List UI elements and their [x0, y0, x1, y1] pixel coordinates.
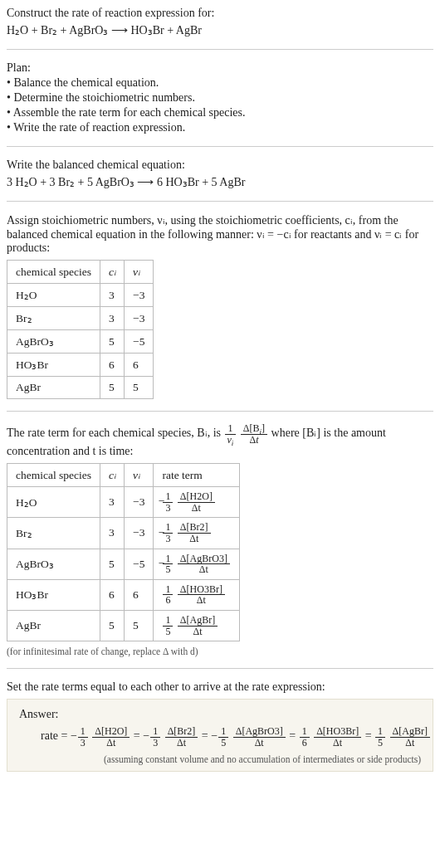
cell-vi: −3	[125, 284, 154, 307]
cell-species: H₂O	[7, 284, 100, 307]
col-header: chemical species	[7, 261, 100, 284]
cell-ci: 6	[100, 354, 125, 377]
cell-vi: −3	[125, 518, 154, 549]
table-row: Br₂3−3	[7, 307, 154, 330]
cell-species: H₂O	[7, 487, 100, 518]
vi-header: νᵢ	[133, 266, 139, 278]
col-header: chemical species	[7, 464, 100, 487]
answer-expression: rate = −13 Δ[H2O]Δt = −13 Δ[Br2]Δt = −15…	[19, 726, 421, 748]
intro-block: Construct the rate of reaction expressio…	[7, 7, 433, 37]
cell-species: AgBrO₃	[7, 330, 100, 354]
cell-ci: 3	[100, 518, 125, 549]
divider	[7, 201, 433, 202]
plan-heading: Plan:	[7, 61, 433, 75]
intro-line1: Construct the rate of reaction expressio…	[7, 7, 433, 20]
term: −13 Δ[H2O]Δt	[71, 729, 130, 742]
coef-frac: 15	[163, 553, 173, 575]
cell-ci: 5	[100, 330, 125, 354]
cell-rateterm: 15 Δ[AgBr]Δt	[154, 610, 239, 641]
dBi-over-dt: Δ[Bi]Δt	[241, 423, 267, 445]
table-row: AgBrO₃ 5 −5 15 − Δ[AgBrO3]Δt	[7, 549, 240, 579]
cell-species: AgBr	[7, 377, 100, 399]
term: 16 Δ[HO3Br]Δt	[299, 729, 363, 742]
divider	[7, 146, 433, 147]
delta-frac: Δ[HO3Br]Δt	[178, 584, 225, 606]
plan-item: • Determine the stoichiometric numbers.	[7, 91, 433, 105]
answer-assumption-note: (assuming constant volume and no accumul…	[19, 754, 421, 764]
table-row: HO₃Br66	[7, 354, 154, 377]
col-header: νᵢ	[125, 261, 154, 284]
divider	[7, 49, 433, 50]
cell-ci: 3	[100, 487, 125, 518]
delta-frac: Δ[H2O]Δt	[178, 491, 215, 513]
plan-item: • Assemble the rate term for each chemic…	[7, 106, 433, 119]
cell-rateterm: 13 − Δ[Br2]Δt	[154, 518, 239, 549]
cell-rateterm: 13 − Δ[H2O]Δt	[154, 487, 239, 518]
cell-ci: 5	[100, 549, 125, 579]
balanced-block: Write the balanced chemical equation: 3 …	[7, 158, 433, 189]
table-header-row: chemical species cᵢ νᵢ	[7, 261, 154, 284]
cell-vi: 6	[125, 579, 154, 610]
setequal-sentence: Set the rate terms equal to each other t…	[7, 680, 433, 694]
cell-ci: 5	[100, 610, 125, 641]
answer-label: Answer:	[19, 708, 421, 721]
delta-frac: Δ[AgBr]Δt	[178, 615, 218, 636]
rateterm-table: chemical species cᵢ νᵢ rate term H₂O 3 −…	[7, 463, 240, 641]
sentence-part: The rate term for each chemical species,…	[7, 427, 224, 439]
coef-frac: 13	[163, 522, 173, 544]
divider	[7, 668, 433, 669]
rateterm-block: The rate term for each chemical species,…	[7, 423, 433, 656]
table-row: AgBrO₃5−5	[7, 330, 154, 354]
rateterm-sentence: The rate term for each chemical species,…	[7, 423, 433, 458]
one-over-vi: 1νi	[225, 423, 237, 445]
cell-vi: −5	[125, 330, 154, 354]
minus-sign: −	[159, 495, 165, 507]
minus-sign: −	[159, 557, 165, 569]
term: 15 Δ[AgBr]Δt	[374, 729, 431, 742]
cell-rateterm: 16 Δ[HO3Br]Δt	[154, 579, 239, 610]
cell-species: Br₂	[7, 518, 100, 549]
infinitesimal-note: (for infinitesimal rate of change, repla…	[7, 646, 433, 656]
cell-vi: 5	[125, 610, 154, 641]
term: −13 Δ[Br2]Δt	[143, 729, 198, 742]
cell-ci: 3	[100, 307, 125, 330]
coef-frac: 16	[163, 584, 173, 606]
stoich-table: chemical species cᵢ νᵢ H₂O3−3 Br₂3−3 AgB…	[7, 260, 154, 399]
table-row: HO₃Br 6 6 16 Δ[HO3Br]Δt	[7, 579, 240, 610]
cell-ci: 6	[100, 579, 125, 610]
cell-vi: 6	[125, 354, 154, 377]
minus-sign: −	[159, 526, 165, 539]
cell-species: AgBrO₃	[7, 549, 100, 579]
cell-vi: −5	[125, 549, 154, 579]
col-header: cᵢ	[100, 261, 125, 284]
intro-equation: H₂O + Br₂ + AgBrO₃ ⟶ HO₃Br + AgBr	[7, 23, 433, 37]
delta-frac: Δ[AgBrO3]Δt	[178, 553, 230, 575]
term: −15 Δ[AgBrO3]Δt	[211, 729, 286, 742]
table-row: H₂O 3 −3 13 − Δ[H2O]Δt	[7, 487, 240, 518]
cell-species: HO₃Br	[7, 579, 100, 610]
plan-item: • Balance the chemical equation.	[7, 76, 433, 90]
rate-prefix: rate =	[41, 729, 71, 742]
table-header-row: chemical species cᵢ νᵢ rate term	[7, 464, 240, 487]
vi-header: νᵢ	[133, 469, 139, 481]
answer-box: Answer: rate = −13 Δ[H2O]Δt = −13 Δ[Br2]…	[7, 699, 433, 772]
cell-vi: −3	[125, 307, 154, 330]
delta-frac: Δ[Br2]Δt	[178, 522, 211, 544]
balanced-equation: 3 H₂O + 3 Br₂ + 5 AgBrO₃ ⟶ 6 HO₃Br + 5 A…	[7, 175, 433, 189]
assign-paragraph: Assign stoichiometric numbers, νᵢ, using…	[7, 213, 433, 255]
coef-frac: 15	[163, 615, 173, 636]
cell-ci: 5	[100, 377, 125, 399]
col-header: νᵢ	[125, 464, 154, 487]
col-header: rate term	[154, 464, 239, 487]
plan-item: • Write the rate of reaction expression.	[7, 121, 433, 134]
col-header: cᵢ	[100, 464, 125, 487]
cell-species: HO₃Br	[7, 354, 100, 377]
table-row: AgBr55	[7, 377, 154, 399]
coef-frac: 13	[163, 491, 173, 513]
cell-ci: 3	[100, 284, 125, 307]
cell-vi: 5	[125, 377, 154, 399]
cell-species: Br₂	[7, 307, 100, 330]
plan-block: Plan: • Balance the chemical equation. •…	[7, 61, 433, 134]
cell-vi: −3	[125, 487, 154, 518]
balanced-line1: Write the balanced chemical equation:	[7, 158, 433, 172]
